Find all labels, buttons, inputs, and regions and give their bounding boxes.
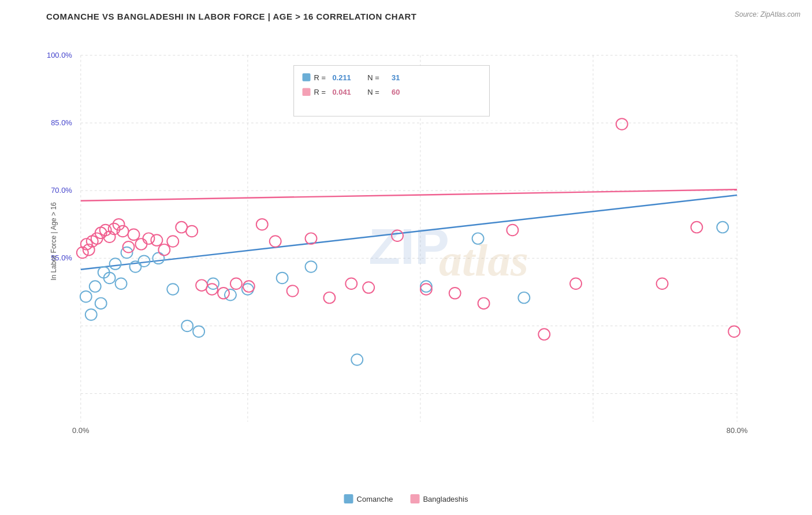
- svg-point-46: [193, 326, 204, 337]
- svg-point-69: [128, 229, 140, 241]
- svg-text:100.0%: 100.0%: [47, 51, 72, 59]
- svg-point-51: [306, 261, 317, 273]
- svg-point-84: [287, 285, 299, 297]
- svg-point-85: [306, 233, 317, 244]
- svg-point-99: [728, 326, 740, 337]
- svg-point-33: [85, 309, 97, 320]
- svg-point-42: [138, 255, 150, 267]
- legend-bangladeshis-label: Bangladeshis: [423, 495, 468, 503]
- scatter-chart: 100.0% 85.0% 70.0% 55.0% 0.0% 80.0% ZIP …: [46, 27, 766, 456]
- chart-container: COMANCHE VS BANGLADESHI IN LABOR FORCE |…: [0, 0, 812, 515]
- svg-point-73: [158, 244, 170, 256]
- svg-point-34: [90, 281, 101, 292]
- svg-point-90: [420, 283, 432, 295]
- svg-point-88: [363, 282, 374, 293]
- svg-point-94: [538, 329, 550, 340]
- svg-point-72: [151, 234, 162, 246]
- svg-text:R =: R =: [314, 88, 326, 96]
- legend-container: Comanche Bangladeshis: [344, 494, 468, 503]
- svg-text:N =: N =: [367, 73, 379, 82]
- chart-title: COMANCHE VS BANGLADESHI IN LABOR FORCE |…: [46, 12, 766, 21]
- svg-point-50: [277, 273, 288, 284]
- svg-point-93: [506, 225, 518, 236]
- svg-point-55: [518, 292, 530, 304]
- svg-text:60: 60: [392, 88, 400, 96]
- svg-point-53: [420, 281, 432, 292]
- svg-rect-22: [303, 73, 311, 81]
- source-label: Source: ZipAtlas.com: [735, 10, 800, 18]
- svg-point-80: [230, 278, 242, 289]
- svg-text:0.0%: 0.0%: [72, 426, 90, 435]
- chart-area: In Labor Force | Age > 16 100.0% 85.0% 7…: [46, 27, 766, 456]
- legend-comanche: Comanche: [344, 494, 393, 503]
- svg-line-19: [81, 189, 737, 201]
- svg-text:31: 31: [392, 73, 400, 82]
- svg-point-67: [117, 226, 129, 237]
- svg-text:80.0%: 80.0%: [727, 426, 748, 435]
- svg-point-98: [691, 222, 702, 233]
- y-axis-label: In Labor Force | Age > 16: [50, 202, 58, 281]
- svg-text:atlas: atlas: [439, 235, 528, 285]
- svg-text:0.211: 0.211: [332, 73, 351, 82]
- svg-point-79: [218, 288, 229, 299]
- svg-point-92: [478, 298, 490, 309]
- svg-text:0.041: 0.041: [332, 88, 351, 96]
- legend-bangladeshis-box: [410, 494, 419, 503]
- svg-point-76: [186, 226, 198, 237]
- legend-comanche-box: [344, 494, 353, 503]
- svg-text:70.0%: 70.0%: [51, 186, 72, 195]
- svg-point-95: [570, 278, 582, 289]
- svg-point-56: [717, 222, 728, 233]
- svg-rect-27: [303, 88, 311, 96]
- svg-point-97: [657, 278, 668, 289]
- svg-point-70: [136, 238, 147, 250]
- svg-point-48: [225, 289, 236, 301]
- svg-text:R =: R =: [314, 73, 326, 82]
- svg-point-66: [113, 219, 125, 230]
- svg-point-71: [143, 233, 154, 244]
- svg-text:85.0%: 85.0%: [51, 118, 72, 127]
- svg-point-86: [323, 292, 335, 304]
- svg-point-52: [351, 354, 363, 365]
- svg-point-32: [80, 291, 92, 303]
- svg-point-87: [345, 278, 357, 289]
- svg-point-38: [110, 258, 121, 270]
- svg-point-83: [270, 236, 281, 247]
- legend-bangladeshis: Bangladeshis: [410, 494, 468, 503]
- svg-text:N =: N =: [367, 88, 379, 96]
- svg-point-74: [167, 236, 178, 247]
- legend-comanche-label: Comanche: [357, 495, 393, 503]
- svg-point-82: [256, 219, 268, 230]
- svg-point-44: [167, 283, 178, 295]
- svg-point-35: [95, 298, 107, 309]
- svg-point-39: [116, 278, 127, 289]
- svg-text:ZIP: ZIP: [368, 218, 449, 275]
- svg-point-91: [449, 288, 461, 299]
- svg-point-96: [616, 118, 628, 130]
